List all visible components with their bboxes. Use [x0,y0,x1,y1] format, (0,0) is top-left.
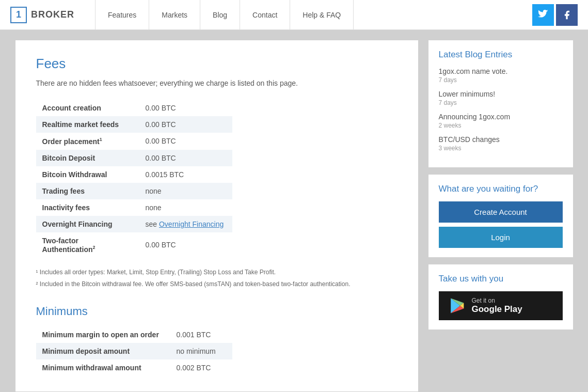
twitter-icon [538,10,548,20]
blog-entry-time: 7 days [439,76,563,84]
fee-value: 0.00 BTC [139,150,232,166]
table-row: Minimum deposit amountno minimum [36,343,232,359]
login-button[interactable]: Login [439,227,563,248]
list-item: 1gox.com name vote.7 days [439,67,563,84]
fee-label: Two-factor Authentication2 [36,232,139,258]
fee-value: none [139,199,232,216]
blog-card: Latest Blog Entries 1gox.com name vote.7… [428,40,573,167]
nav-features[interactable]: Features [95,0,149,30]
list-item: BTC/USD changes3 weeks [439,135,563,152]
nav-blog[interactable]: Blog [200,0,240,30]
sidebar: Latest Blog Entries 1gox.com name vote.7… [428,40,573,391]
table-row: Overnight Financingsee Overnight Financi… [36,216,232,232]
minimum-value: 0.002 BTC [170,359,232,376]
take-us-title: Take us with you [439,274,563,284]
page-wrapper: Fees There are no hidden fees whatsoever… [10,30,578,392]
play-store-icon [447,296,466,315]
table-row: Minimum margin to open an order0.001 BTC [36,326,232,343]
logo-text: BROKER [31,9,74,20]
minimums-title: Minimums [36,305,398,318]
main-content: Fees There are no hidden fees whatsoever… [15,40,418,391]
footnote-2: ² Included in the Bitcoin withdrawal fee… [36,279,398,289]
blog-entry-title[interactable]: 1gox.com name vote. [439,67,563,75]
fees-subtitle: There are no hidden fees whatsoever; eve… [36,79,398,87]
list-item: Announcing 1gox.com2 weeks [439,113,563,129]
blog-card-title: Latest Blog Entries [439,50,563,60]
table-row: Bitcoin Withdrawal0.0015 BTC [36,166,232,183]
nav-help[interactable]: Help & FAQ [290,0,354,30]
cta-title: What are you waiting for? [439,184,563,194]
fee-label: Account creation [36,100,139,116]
create-account-button[interactable]: Create Account [439,201,563,223]
blog-entries: 1gox.com name vote.7 daysLower minimums!… [439,67,563,152]
fee-label: Bitcoin Deposit [36,150,139,166]
cta-card: What are you waiting for? Create Account… [428,175,573,257]
footnote-1: ¹ Includes all order types: Market, Limi… [36,268,398,277]
nav-contact[interactable]: Contact [240,0,290,30]
fee-value: 0.0015 BTC [139,166,232,183]
social-buttons [530,4,578,26]
facebook-button[interactable] [556,4,578,26]
blog-entry-time: 3 weeks [439,145,563,152]
fee-value[interactable]: see Overnight Financing [139,216,232,232]
fee-value: 0.00 BTC [139,100,232,116]
footnotes: ¹ Includes all order types: Market, Limi… [36,268,398,289]
play-text: Get it on Google Play [472,297,522,315]
table-row: Account creation0.00 BTC [36,100,232,116]
fee-label: Order placement1 [36,133,139,150]
blog-entry-time: 2 weeks [439,122,563,129]
minimum-value: 0.001 BTC [170,326,232,343]
minimum-value: no minimum [170,343,232,359]
minimum-label: Minimum withdrawal amount [36,359,170,376]
page-title: Fees [36,56,398,72]
table-row: Bitcoin Deposit0.00 BTC [36,150,232,166]
play-get-it-text: Get it on [472,297,522,304]
minimum-label: Minimum margin to open an order [36,326,170,343]
minimums-table: Minimum margin to open an order0.001 BTC… [36,326,232,376]
blog-entry-title[interactable]: BTC/USD changes [439,135,563,144]
nav-markets[interactable]: Markets [149,0,200,30]
fee-value: none [139,183,232,199]
fee-value: 0.00 BTC [139,232,232,258]
blog-entry-title[interactable]: Announcing 1gox.com [439,113,563,121]
blog-entry-title[interactable]: Lower minimums! [439,90,563,98]
play-store-name: Google Play [472,304,522,315]
facebook-icon [562,10,572,20]
table-row: Minimum withdrawal amount0.002 BTC [36,359,232,376]
fee-label: Bitcoin Withdrawal [36,166,139,183]
fees-table: Account creation0.00 BTCRealtime market … [36,100,232,257]
fee-value: 0.00 BTC [139,116,232,133]
fee-label: Inactivity fees [36,199,139,216]
table-row: Realtime market feeds0.00 BTC [36,116,232,133]
logo[interactable]: 1 BROKER [10,7,74,23]
logo-icon: 1 [10,7,27,23]
blog-entry-time: 7 days [439,99,563,106]
table-row: Two-factor Authentication20.00 BTC [36,232,232,258]
main-nav: Features Markets Blog Contact Help & FAQ [95,0,530,30]
take-us-card: Take us with you Get it on Google Play [428,264,573,330]
table-row: Order placement10.00 BTC [36,133,232,150]
fee-label: Trading fees [36,183,139,199]
twitter-button[interactable] [532,4,554,26]
minimum-label: Minimum deposit amount [36,343,170,359]
list-item: Lower minimums!7 days [439,90,563,106]
google-play-button[interactable]: Get it on Google Play [439,291,563,320]
table-row: Inactivity feesnone [36,199,232,216]
table-row: Trading feesnone [36,183,232,199]
fee-label: Overnight Financing [36,216,139,232]
overnight-financing-link[interactable]: Overnight Financing [159,220,224,228]
fee-value: 0.00 BTC [139,133,232,150]
fee-label: Realtime market feeds [36,116,139,133]
